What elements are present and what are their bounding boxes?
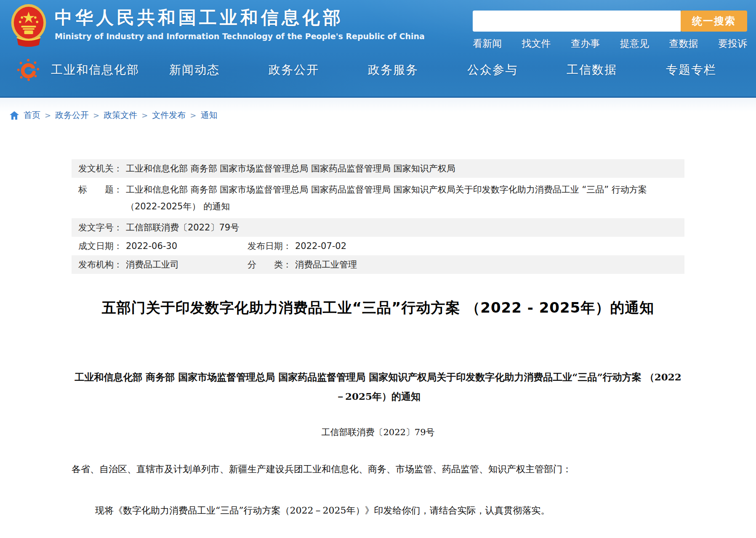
document-meta-table: 发文机关： 工业和信息化部 商务部 国家市场监督管理总局 国家药品监督管理局 国… [72,159,684,274]
article-body: 工业和信息化部 商务部 国家市场监督管理总局 国家药品监督管理局 国家知识产权局… [72,367,684,517]
meta-label: 发文字号： [78,218,122,237]
brand-text: 中华人民共和国工业和信息化部 Ministry of Industry and … [55,3,425,41]
search-area: 统一搜索 [473,11,747,32]
breadcrumb-separator: > [141,111,148,120]
search-input[interactable] [473,11,681,32]
meta-value: 消费品工业司 [126,255,179,274]
nav-item-miit-data[interactable]: 工信数据 [542,62,642,78]
breadcrumb-separator: > [93,111,99,120]
nav-item-miit[interactable]: 工业和信息化部 [45,62,145,78]
main-nav: 工业和信息化部 新闻动态 政务公开 政务服务 公众参与 工信数据 专题专栏 [0,53,756,87]
quick-link-services[interactable]: 查办事 [571,37,600,50]
quick-link-feedback[interactable]: 提意见 [620,37,649,50]
article-doc-number: 工信部联消费〔2022〕79号 [72,426,684,438]
quick-link-files[interactable]: 找文件 [522,37,551,50]
breadcrumb-policy-files[interactable]: 政策文件 [104,110,137,121]
national-emblem-icon [10,3,47,47]
breadcrumb-file-release[interactable]: 文件发布 [152,110,186,121]
nav-items: 工业和信息化部 新闻动态 政务公开 政务服务 公众参与 工信数据 专题专栏 [45,62,741,78]
breadcrumb: 首页 > 政务公开 > 政策文件 > 文件发布 > 通知 [9,110,756,121]
breadcrumb-bar: 首页 > 政务公开 > 政策文件 > 文件发布 > 通知 [0,98,756,129]
nav-item-news[interactable]: 新闻动态 [145,62,244,78]
article-paragraph-recipients: 各省、自治区、直辖市及计划单列市、新疆生产建设兵团工业和信息化、商务、市场监管、… [72,463,684,476]
meta-value: 工业和信息化部 商务部 国家市场监督管理总局 国家药品监督管理局 国家知识产权局 [126,159,455,178]
page-title: 五部门关于印发数字化助力消费品工业“三品”行动方案 （2022 - 2025年）… [72,298,684,318]
meta-row-doc-number: 发文字号： 工信部联消费〔2022〕79号 [72,218,684,237]
nav-item-gov-services[interactable]: 政务服务 [343,62,443,78]
home-icon[interactable] [9,111,19,120]
article-heading: 工业和信息化部 商务部 国家市场监督管理总局 国家药品监督管理局 国家知识产权局… [72,367,684,406]
meta-label: 分 类： [248,255,292,274]
nav-item-gov-affairs[interactable]: 政务公开 [244,62,343,78]
site-header: 中华人民共和国工业和信息化部 Ministry of Industry and … [0,0,756,98]
breadcrumb-separator: > [190,111,196,120]
site-subtitle: Ministry of Industry and Information Tec… [55,32,425,41]
breadcrumb-home[interactable]: 首页 [24,110,40,121]
meta-row-dates: 成文日期： 2022-06-30 发布日期： 2022-07-02 [72,237,684,255]
unified-search-button[interactable]: 统一搜索 [681,11,747,32]
quick-links: 看新闻 找文件 查办事 提意见 查数据 要投诉 [473,37,747,50]
meta-row-publisher: 发布机构： 消费品工业司 分 类： 消费品工业管理 [72,255,684,274]
quick-link-data[interactable]: 查数据 [669,37,698,50]
miit-logo-icon [15,57,41,83]
content-container: 发文机关： 工业和信息化部 商务部 国家市场监督管理总局 国家药品监督管理局 国… [72,159,684,517]
meta-value: 2022-07-02 [295,237,346,255]
meta-label: 成文日期： [78,237,122,255]
quick-link-news[interactable]: 看新闻 [473,37,502,50]
article-paragraph-issuance: 现将《数字化助力消费品工业“三品”行动方案（2022－2025年）》印发给你们，… [72,504,684,517]
meta-value: 消费品工业管理 [295,255,357,274]
meta-label: 发布机构： [78,255,122,274]
nav-item-public-participation[interactable]: 公众参与 [443,62,542,78]
site-brand: 中华人民共和国工业和信息化部 Ministry of Industry and … [10,3,425,47]
breadcrumb-gov-affairs[interactable]: 政务公开 [55,110,89,121]
breadcrumb-notice[interactable]: 通知 [200,110,217,121]
meta-label: 发文机关： [78,159,122,178]
meta-label: 标 题： [78,181,122,215]
meta-value: 工业和信息化部 商务部 国家市场监督管理总局 国家药品监督管理局 国家知识产权局… [126,181,678,215]
quick-link-complaint[interactable]: 要投诉 [718,37,747,50]
meta-value: 2022-06-30 [126,237,177,255]
breadcrumb-separator: > [45,111,51,120]
meta-row-issuing-agency: 发文机关： 工业和信息化部 商务部 国家市场监督管理总局 国家药品监督管理局 国… [72,159,684,178]
meta-value: 工信部联消费〔2022〕79号 [126,218,239,237]
nav-item-special-topics[interactable]: 专题专栏 [642,62,741,78]
site-title: 中华人民共和国工业和信息化部 [55,7,425,29]
meta-label: 发布日期： [248,237,292,255]
meta-row-title: 标 题： 工业和信息化部 商务部 国家市场监督管理总局 国家药品监督管理局 国家… [72,178,684,218]
